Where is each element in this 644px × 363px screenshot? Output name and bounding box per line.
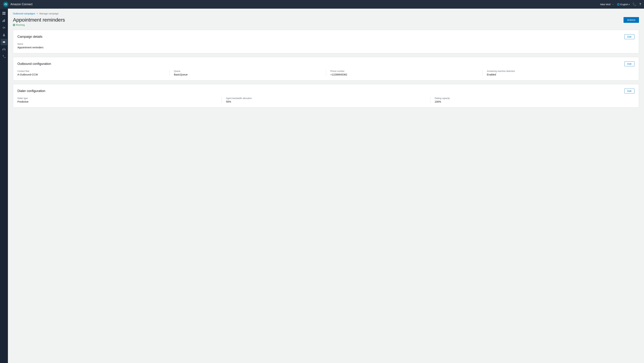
dialing-capacity-label: Dialing capacity xyxy=(435,97,634,100)
dialing-capacity-value: 100% xyxy=(435,100,634,103)
app-logo: Amazon Connect xyxy=(3,2,32,7)
amd-value: Enabled xyxy=(487,73,634,76)
user-info: Nikki Wolf → xyxy=(600,3,614,6)
help-icon[interactable]: ? xyxy=(639,3,641,6)
main-content: Outbound campaigns > Manage campaign App… xyxy=(8,9,644,363)
user-name: Nikki Wolf xyxy=(600,3,610,6)
campaign-name-value: Appointment reminders xyxy=(18,46,634,49)
bandwidth-label: Agent bandwidth allocation xyxy=(226,97,426,100)
dialer-config-header: Dialer configuration Edit xyxy=(18,88,634,94)
phone-number-field: Phone number +12268945362 xyxy=(330,70,483,76)
outbound-config-edit-button[interactable]: Edit xyxy=(624,62,634,66)
svg-rect-12 xyxy=(5,49,5,50)
breadcrumb-current: Manage campaign xyxy=(39,12,58,15)
dialer-config-fields: Dialer type Predictive Agent bandwidth a… xyxy=(18,97,634,103)
breadcrumb-parent-link[interactable]: Outbound campaigns xyxy=(13,12,35,15)
status-badge: Running xyxy=(13,24,65,26)
svg-rect-3 xyxy=(4,12,6,13)
language-label: English xyxy=(620,3,628,6)
sidebar-item-campaigns[interactable] xyxy=(1,39,7,45)
sidebar-item-users[interactable] xyxy=(1,32,7,38)
dialer-type-field: Dialer type Predictive xyxy=(18,97,222,103)
globe-icon: 🌐 xyxy=(617,3,620,6)
page-title: Appointment reminders xyxy=(13,17,65,23)
svg-rect-11 xyxy=(3,49,3,50)
page-title-area: Appointment reminders Running xyxy=(13,17,65,26)
svg-point-10 xyxy=(4,34,4,35)
campaign-name-field: Name Appointment reminders xyxy=(18,43,634,49)
sidebar-item-phone[interactable] xyxy=(1,53,7,60)
sidebar-item-analytics[interactable] xyxy=(1,17,7,24)
language-selector[interactable]: 🌐 English ▾ xyxy=(617,3,630,6)
contact-flow-value: A-Outbound-CCW xyxy=(18,73,165,76)
nav-right: Nikki Wolf → 🌐 English ▾ 📞 ? xyxy=(600,2,641,6)
bandwidth-value: 55% xyxy=(226,100,426,103)
campaign-details-title: Campaign details xyxy=(18,35,42,39)
dialer-type-value: Predictive xyxy=(18,100,217,103)
breadcrumb: Outbound campaigns > Manage campaign xyxy=(13,12,639,15)
dialing-capacity-field: Dialing capacity 100% xyxy=(435,97,634,103)
phone-nav-icon[interactable]: 📞 xyxy=(632,2,636,6)
app-title: Amazon Connect xyxy=(10,3,32,6)
dialer-config-title: Dialer configuration xyxy=(18,89,45,93)
svg-rect-5 xyxy=(4,14,6,15)
queue-label: Queue xyxy=(174,70,322,72)
queue-field: Queue BasicQueue xyxy=(174,70,326,76)
logo-icon xyxy=(3,2,8,7)
dialer-type-label: Dialer type xyxy=(18,97,217,100)
contact-flow-label: Contact flow xyxy=(18,70,165,72)
svg-rect-8 xyxy=(4,19,5,22)
svg-rect-4 xyxy=(2,14,4,15)
sidebar-item-headset[interactable] xyxy=(1,46,7,52)
status-indicator xyxy=(13,24,15,26)
amd-label: Answering machine detection xyxy=(487,70,634,72)
actions-button[interactable]: Actions xyxy=(624,17,639,23)
outbound-config-title: Outbound configuration xyxy=(18,62,51,66)
amd-field: Answering machine detection Enabled xyxy=(487,70,634,76)
phone-number-label: Phone number xyxy=(330,70,478,72)
campaign-details-header: Campaign details Edit xyxy=(18,34,634,39)
page-header: Appointment reminders Running Actions xyxy=(13,17,639,26)
sidebar xyxy=(0,9,8,363)
outbound-config-header: Outbound configuration Edit xyxy=(18,62,634,66)
queue-value: BasicQueue xyxy=(174,73,322,76)
phone-number-value: +12268945362 xyxy=(330,73,478,76)
campaign-details-edit-button[interactable]: Edit xyxy=(624,34,634,39)
bandwidth-field: Agent bandwidth allocation 55% xyxy=(226,97,430,103)
outbound-config-fields: Contact flow A-Outbound-CCW Queue BasicQ… xyxy=(18,70,634,76)
chevron-down-icon: ▾ xyxy=(629,4,630,6)
campaign-details-card: Campaign details Edit Name Appointment r… xyxy=(13,30,639,53)
sidebar-item-routing[interactable] xyxy=(1,24,7,31)
svg-rect-6 xyxy=(2,20,3,22)
campaign-name-label: Name xyxy=(18,43,634,45)
contact-flow-field: Contact flow A-Outbound-CCW xyxy=(18,70,170,76)
sidebar-item-dashboard[interactable] xyxy=(1,10,7,16)
svg-rect-7 xyxy=(4,20,4,22)
dialer-config-card: Dialer configuration Edit Dialer type Pr… xyxy=(13,84,639,108)
dialer-config-edit-button[interactable]: Edit xyxy=(624,88,634,94)
svg-rect-2 xyxy=(2,12,4,13)
logout-icon[interactable]: → xyxy=(612,3,614,6)
status-label: Running xyxy=(16,24,24,26)
top-navigation: Amazon Connect Nikki Wolf → 🌐 English ▾ … xyxy=(0,0,644,9)
outbound-config-card: Outbound configuration Edit Contact flow… xyxy=(13,57,639,80)
breadcrumb-separator: > xyxy=(37,12,38,15)
